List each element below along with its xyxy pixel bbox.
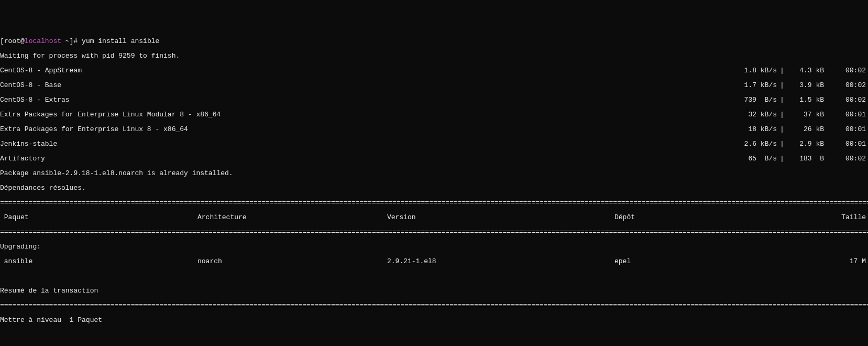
package-row: ansiblenoarch2.9.21-1.el8epel17 M <box>0 258 868 265</box>
repo-line: Jenkins-stable2.6 kB/s|2.9 kB00:01 <box>0 140 868 148</box>
deps-resolved-line: Dépendances résolues. <box>0 185 868 192</box>
upgrade-count: Mettre à niveau 1 Paquet <box>0 317 868 324</box>
upgrading-label: Upgrading: <box>0 243 868 251</box>
rule-eq: ========================================… <box>0 302 868 309</box>
terminal-output[interactable]: [root@localhost ~]# yum install ansible … <box>0 30 868 346</box>
repo-line: Extra Packages for Enterprise Linux Modu… <box>0 111 868 118</box>
repo-line: CentOS-8 - Extras739 B/s|1.5 kB00:02 <box>0 96 868 104</box>
table-header: PaquetArchitectureVersionDépôtTaille <box>0 214 868 221</box>
already-installed-line: Package ansible-2.9.18-1.el8.noarch is a… <box>0 170 868 177</box>
blank-line <box>0 273 868 280</box>
waiting-line: Waiting for process with pid 9259 to fin… <box>0 52 868 60</box>
rule-eq: ========================================… <box>0 229 868 236</box>
rule-eq: ========================================… <box>0 199 868 207</box>
blank-line <box>0 331 868 339</box>
repo-line: CentOS-8 - AppStream1.8 kB/s|4.3 kB00:02 <box>0 67 868 74</box>
command-text: yum install ansible <box>82 37 159 45</box>
prompt-line-1: [root@localhost ~]# yum install ansible <box>0 38 868 45</box>
repo-line: CentOS-8 - Base1.7 kB/s|3.9 kB00:02 <box>0 82 868 89</box>
repo-line: Extra Packages for Enterprise Linux 8 - … <box>0 126 868 133</box>
repo-line: Artifactory65 B/s|183 B00:02 <box>0 155 868 163</box>
summary-title: Résumé de la transaction <box>0 287 868 295</box>
